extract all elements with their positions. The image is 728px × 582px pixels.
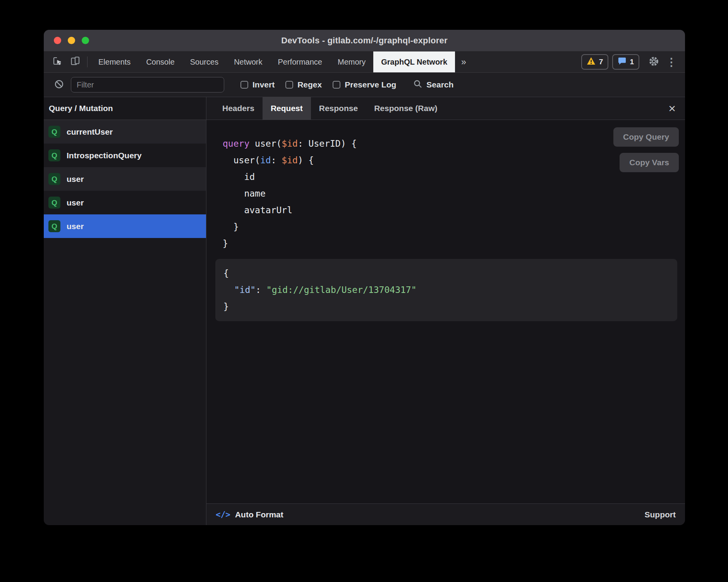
filter-option-regex[interactable]: Regex <box>285 80 322 89</box>
status-badges: 7 1 <box>581 51 639 72</box>
toolbar-spacer <box>472 51 581 72</box>
code-line: query user($id: UserID) { <box>223 135 677 152</box>
window-minimize-button[interactable] <box>68 37 75 44</box>
detail-tab-request[interactable]: Request <box>263 97 311 120</box>
support-link[interactable]: Support <box>645 510 676 519</box>
more-tabs-button[interactable]: » <box>455 51 472 72</box>
clear-button[interactable] <box>52 79 65 91</box>
panel-footer: </> Auto Format Support <box>206 503 685 525</box>
query-item-label: IntrospectionQuery <box>67 151 142 160</box>
code-token: user( <box>255 139 282 149</box>
block-icon <box>54 79 64 91</box>
query-type-badge: Q <box>48 149 60 161</box>
query-type-badge: Q <box>48 126 60 138</box>
warnings-badge[interactable]: 7 <box>581 54 609 70</box>
code-token: id <box>223 172 255 182</box>
query-item-label: user <box>67 222 84 231</box>
query-item-1-introspectionquery[interactable]: QIntrospectionQuery <box>44 144 206 167</box>
detail-tab-response[interactable]: Response <box>311 97 366 120</box>
inspect-element-button[interactable] <box>48 51 66 72</box>
filter-option-invert[interactable]: Invert <box>240 80 275 89</box>
code-token: avatarUrl <box>223 205 292 215</box>
query-list: QcurrentUserQIntrospectionQueryQuserQuse… <box>44 120 206 525</box>
checkbox-label: Invert <box>252 80 275 89</box>
detail-panel: HeadersRequestResponseResponse (Raw)× Co… <box>206 97 685 525</box>
checkbox-regex[interactable] <box>285 81 293 89</box>
checkbox-label: Regex <box>297 80 322 89</box>
query-item-label: user <box>67 198 84 207</box>
copy-vars-button[interactable]: Copy Vars <box>620 153 679 172</box>
issues-count: 1 <box>630 58 634 66</box>
detail-tab-response-raw[interactable]: Response (Raw) <box>366 97 445 120</box>
code-token: query <box>223 139 255 149</box>
code-token <box>223 285 234 295</box>
close-panel-button[interactable]: × <box>659 97 685 120</box>
code-line: } <box>223 298 669 315</box>
query-item-0-currentuser[interactable]: QcurrentUser <box>44 120 206 144</box>
code-token: "id" <box>234 285 256 295</box>
query-item-2-user[interactable]: Quser <box>44 167 206 191</box>
auto-format-button[interactable]: Auto Format <box>235 510 283 519</box>
code-token: ) { <box>298 155 314 165</box>
copy-query-button[interactable]: Copy Query <box>613 127 679 147</box>
checkbox-preserve-log[interactable] <box>333 81 340 89</box>
code-token: } <box>223 222 239 232</box>
code-line: "id": "gid://gitlab/User/13704317" <box>223 282 669 298</box>
devtools-tab-network[interactable]: Network <box>226 51 270 72</box>
code-line: name <box>223 185 677 202</box>
code-line: } <box>223 235 677 252</box>
devtools-window: DevTools - gitlab.com/-/graphql-explorer… <box>44 30 685 525</box>
search-icon <box>413 79 422 90</box>
devtools-tab-graphql-network[interactable]: GraphQL Network <box>373 51 455 72</box>
code-token: } <box>223 301 229 312</box>
issues-badge[interactable]: 1 <box>612 54 639 70</box>
query-item-3-user[interactable]: Quser <box>44 191 206 214</box>
query-type-badge: Q <box>48 220 60 232</box>
code-token: "gid://gitlab/User/13704317" <box>266 285 417 295</box>
warning-icon <box>587 57 596 67</box>
query-list-panel: Query / Mutation QcurrentUserQIntrospect… <box>44 97 206 525</box>
search-label: Search <box>426 80 453 89</box>
devtools-tab-elements[interactable]: Elements <box>91 51 138 72</box>
copy-buttons: Copy Query Copy Vars <box>613 127 679 172</box>
code-format-icon: </> <box>216 510 230 519</box>
traffic-lights <box>54 30 89 51</box>
query-item-4-user[interactable]: Quser <box>44 214 206 238</box>
inspect-cursor-icon <box>52 56 62 68</box>
code-line: } <box>223 219 677 235</box>
filter-input[interactable] <box>71 77 224 92</box>
graphql-variables-code: { "id": "gid://gitlab/User/13704317"} <box>223 265 669 315</box>
query-type-badge: Q <box>48 197 60 209</box>
settings-button[interactable] <box>645 51 663 72</box>
window-zoom-button[interactable] <box>82 37 89 44</box>
device-toolbar-button[interactable] <box>66 51 84 72</box>
window-close-button[interactable] <box>54 37 61 44</box>
checkbox-label: Preserve Log <box>345 80 396 89</box>
menu-button[interactable]: ⋮ <box>663 51 680 72</box>
code-token: name <box>223 188 266 199</box>
code-line: id <box>223 169 677 185</box>
devtools-tab-console[interactable]: Console <box>138 51 182 72</box>
kebab-menu-icon: ⋮ <box>666 56 677 68</box>
filter-option-preserve-log[interactable]: Preserve Log <box>333 80 396 89</box>
variables-box: { "id": "gid://gitlab/User/13704317"} <box>215 259 677 321</box>
request-content: Copy Query Copy Vars query user($id: Use… <box>206 120 685 503</box>
code-token: : <box>271 155 282 165</box>
code-token: : UserID) { <box>298 139 357 149</box>
toolbar-divider <box>87 56 88 67</box>
code-token: $id <box>282 155 298 165</box>
devtools-tab-memory[interactable]: Memory <box>330 51 373 72</box>
devtools-tab-sources[interactable]: Sources <box>182 51 226 72</box>
code-token: id <box>260 155 271 165</box>
devtools-tab-performance[interactable]: Performance <box>270 51 330 72</box>
window-titlebar: DevTools - gitlab.com/-/graphql-explorer <box>44 30 685 51</box>
filter-bar: InvertRegexPreserve Log Search <box>44 73 685 97</box>
query-item-label: currentUser <box>67 127 113 137</box>
checkbox-invert[interactable] <box>240 81 248 89</box>
code-token: { <box>223 268 229 278</box>
gear-icon <box>649 56 659 68</box>
detail-tab-headers[interactable]: Headers <box>214 97 263 120</box>
code-token: : <box>256 285 266 295</box>
search-control[interactable]: Search <box>413 79 453 90</box>
window-title: DevTools - gitlab.com/-/graphql-explorer <box>281 36 447 46</box>
